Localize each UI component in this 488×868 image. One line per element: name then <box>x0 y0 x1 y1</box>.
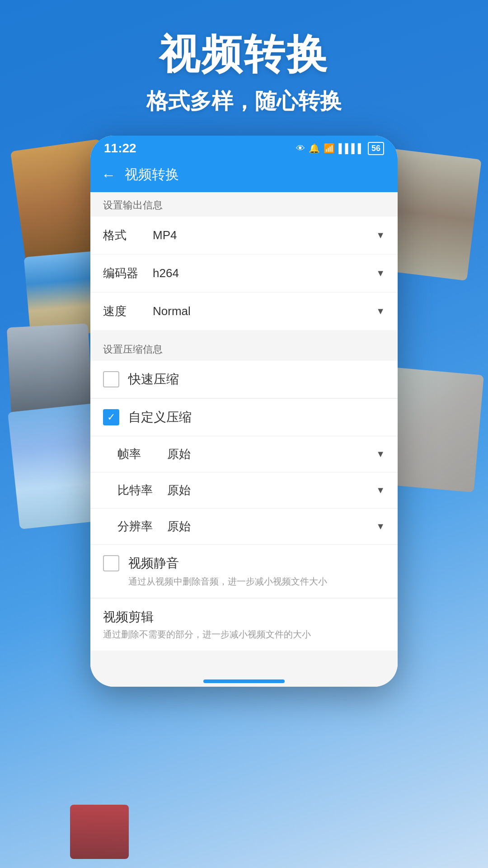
bitrate-value: 原始 <box>163 482 376 498</box>
format-value: MP4 <box>148 228 376 242</box>
photo-building <box>7 323 93 418</box>
phone-mockup: 11:22 👁 🔔 📶 ▌▌▌▌ 56 ← 视频转换 设置输出信息 格式 MP4… <box>90 136 398 687</box>
speed-label: 速度 <box>103 303 148 319</box>
resolution-label: 分辨率 <box>117 519 163 534</box>
custom-compress-row[interactable]: ✓ 自定义压缩 <box>90 399 398 436</box>
resolution-row[interactable]: 分辨率 原始 ▼ <box>90 509 398 544</box>
encoder-label: 编码器 <box>103 265 148 281</box>
title-area: 视频转换 格式多样，随心转换 <box>0 27 488 116</box>
video-edit-desc: 通过删除不需要的部分，进一步减小视频文件的大小 <box>103 628 385 641</box>
status-time: 11:22 <box>104 141 136 156</box>
back-button[interactable]: ← <box>101 168 116 182</box>
framerate-label: 帧率 <box>117 446 163 462</box>
eye-icon: 👁 <box>296 143 305 154</box>
signal1-icon: ▌▌▌▌ <box>338 143 364 154</box>
main-title: 视频转换 <box>0 27 488 82</box>
format-dropdown-icon: ▼ <box>376 230 385 241</box>
bottom-spacing <box>90 651 398 664</box>
custom-compress-checkbox[interactable]: ✓ <box>103 409 119 425</box>
custom-compress-fields: 帧率 原始 ▼ 比特率 原始 ▼ 分辨率 原始 ▼ <box>90 436 398 544</box>
bitrate-row[interactable]: 比特率 原始 ▼ <box>90 472 398 509</box>
resolution-value: 原始 <box>163 519 376 534</box>
mute-desc: 通过从视频中删除音频，进一步减小视频文件大小 <box>103 576 385 588</box>
bottom-indicator <box>203 679 285 683</box>
framerate-dropdown-icon: ▼ <box>376 449 385 459</box>
format-row[interactable]: 格式 MP4 ▼ <box>90 217 398 255</box>
check-icon: ✓ <box>107 411 115 423</box>
video-edit-title: 视频剪辑 <box>103 609 385 626</box>
mute-top[interactable]: 视频静音 <box>103 555 385 572</box>
section-gap-1 <box>90 330 398 336</box>
framerate-row[interactable]: 帧率 原始 ▼ <box>90 436 398 472</box>
app-bar: ← 视频转换 <box>90 159 398 192</box>
speed-row[interactable]: 速度 Normal ▼ <box>90 292 398 330</box>
video-edit-row[interactable]: 视频剪辑 通过删除不需要的部分，进一步减小视频文件的大小 <box>90 599 398 651</box>
status-icons: 👁 🔔 📶 ▌▌▌▌ 56 <box>296 142 384 155</box>
speed-dropdown-icon: ▼ <box>376 306 385 316</box>
encoder-dropdown-icon: ▼ <box>376 268 385 278</box>
battery-indicator: 56 <box>368 142 384 155</box>
encoder-row[interactable]: 编码器 h264 ▼ <box>90 255 398 292</box>
fast-compress-row[interactable]: 快速压缩 <box>90 361 398 398</box>
bitrate-dropdown-icon: ▼ <box>376 485 385 495</box>
fast-compress-checkbox[interactable] <box>103 371 119 387</box>
bottom-bar <box>90 664 398 687</box>
mute-label: 视频静音 <box>128 555 179 572</box>
mute-checkbox[interactable] <box>103 555 119 571</box>
output-section-header: 设置输出信息 <box>90 192 398 217</box>
custom-compress-label: 自定义压缩 <box>128 409 192 426</box>
photo-thumb <box>70 805 129 859</box>
content-area: 设置输出信息 格式 MP4 ▼ 编码器 h264 ▼ 速度 Normal ▼ 设… <box>90 192 398 687</box>
compress-section-header: 设置压缩信息 <box>90 336 398 361</box>
speed-value: Normal <box>148 304 376 318</box>
sub-title: 格式多样，随心转换 <box>0 87 488 116</box>
video-mute-row: 视频静音 通过从视频中删除音频，进一步减小视频文件大小 <box>90 545 398 598</box>
output-fields-card: 格式 MP4 ▼ 编码器 h264 ▼ 速度 Normal ▼ <box>90 217 398 330</box>
bitrate-label: 比特率 <box>117 482 163 498</box>
framerate-value: 原始 <box>163 446 376 462</box>
fast-compress-label: 快速压缩 <box>128 371 179 388</box>
encoder-value: h264 <box>148 266 376 280</box>
app-bar-title: 视频转换 <box>125 165 179 184</box>
wifi-icon: 📶 <box>324 143 335 154</box>
alarm-icon: 🔔 <box>309 143 320 154</box>
format-label: 格式 <box>103 227 148 243</box>
resolution-dropdown-icon: ▼ <box>376 521 385 532</box>
status-bar: 11:22 👁 🔔 📶 ▌▌▌▌ 56 <box>90 136 398 159</box>
